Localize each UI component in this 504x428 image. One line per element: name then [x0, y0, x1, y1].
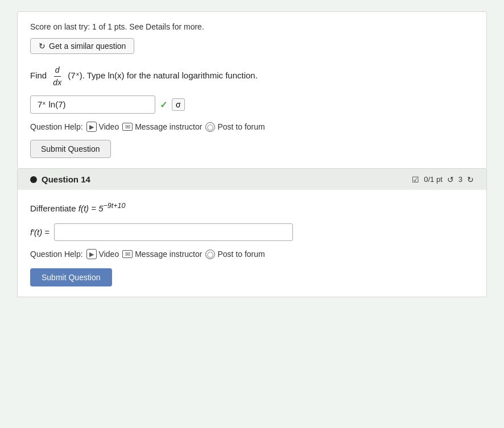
q14-submit-button[interactable]: Submit Question — [30, 268, 112, 286]
q14-forum-icon: ◯ — [205, 250, 215, 259]
envelope-icon: ✉ — [122, 123, 133, 131]
q14-video-help-item[interactable]: ▶ Video — [86, 249, 119, 259]
question14-help: Question Help: ▶ Video ✉ Message instruc… — [30, 249, 474, 259]
function-expr: f(t) = 5−9t+10 — [79, 203, 126, 213]
forum-help-item[interactable]: ◯ Post to forum — [205, 122, 265, 132]
find-label: Find — [30, 70, 47, 80]
differentiate-label: Differentiate — [30, 203, 76, 213]
forum-icon: ◯ — [205, 122, 215, 132]
q14-forum-label: Post to forum — [217, 250, 265, 259]
video-icon: ▶ — [86, 122, 97, 132]
q14-forum-help-item[interactable]: ◯ Post to forum — [205, 250, 265, 259]
meta-score: 0/1 pt — [424, 175, 443, 184]
q14-video-label: Video — [99, 250, 119, 259]
expression-label: (7ˣ). Type ln(x) for the natural logarit… — [68, 70, 258, 80]
message-help-item[interactable]: ✉ Message instructor — [122, 122, 202, 131]
question-text: Find d dx (7ˣ). Type ln(x) for the natur… — [30, 64, 474, 89]
get-similar-button[interactable]: ↻ Get a similar question — [30, 38, 134, 54]
video-label: Video — [99, 122, 119, 131]
question14-meta: ☑ 0/1 pt ↺ 3 ↻ — [412, 175, 474, 184]
forum-label: Post to forum — [217, 122, 265, 131]
q14-message-help-item[interactable]: ✉ Message instructor — [122, 250, 202, 259]
question-help: Question Help: ▶ Video ✉ Message instruc… — [30, 122, 474, 132]
bullet-icon — [30, 176, 37, 183]
fprime-input[interactable] — [54, 223, 293, 241]
q14-message-label: Message instructor — [135, 250, 202, 259]
score-line: Score on last try: 1 of 1 pts. See Detai… — [30, 22, 474, 31]
video-help-item[interactable]: ▶ Video — [86, 122, 119, 132]
fprime-label: f′(t) = — [30, 227, 49, 237]
question14-help-label: Question Help: — [30, 250, 83, 259]
q14-video-icon: ▶ — [86, 249, 97, 259]
message-label: Message instructor — [135, 122, 202, 131]
answer-row: 7ˣ ln(7) ✓ σ — [30, 95, 474, 114]
differentiate-text: Differentiate f(t) = 5−9t+10 — [30, 200, 474, 215]
q14-envelope-icon: ✉ — [122, 250, 133, 258]
tries-icon: ↺ — [447, 175, 454, 184]
tries-count: 3 — [458, 175, 462, 184]
submit-question-button[interactable]: Submit Question — [30, 140, 111, 158]
refresh-icon: ↻ — [39, 41, 46, 51]
question14-body: Differentiate f(t) = 5−9t+10 f′(t) = Que… — [17, 190, 487, 297]
answer-box: 7ˣ ln(7) — [30, 95, 155, 114]
question-help-label: Question Help: — [30, 122, 83, 131]
question14-title: Question 14 — [30, 174, 90, 184]
question14-title-text: Question 14 — [42, 174, 90, 184]
derivative-notation: d dx — [51, 64, 64, 89]
check-box-icon: ☑ — [412, 175, 419, 184]
sigma-button[interactable]: σ — [172, 98, 185, 111]
refresh2-icon[interactable]: ↻ — [467, 175, 474, 184]
get-similar-label: Get a similar question — [49, 41, 126, 51]
check-icon: ✓ — [160, 99, 167, 110]
fprime-row: f′(t) = — [30, 223, 474, 241]
question14-header: Question 14 ☑ 0/1 pt ↺ 3 ↻ — [17, 169, 487, 190]
